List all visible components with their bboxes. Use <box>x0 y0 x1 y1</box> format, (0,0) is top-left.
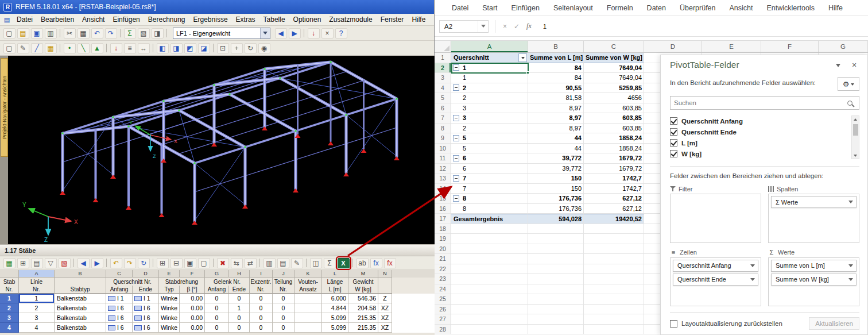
row-number[interactable]: 9 <box>435 133 451 144</box>
letter-cell[interactable]: K <box>294 270 322 278</box>
menu-ergebnisse[interactable]: Ergebnisse <box>189 14 232 25</box>
checkbox-checked-icon[interactable] <box>670 117 677 125</box>
cell-c[interactable]: 7649,04 <box>584 73 644 83</box>
field-w-kg[interactable]: W [kg] <box>670 148 849 159</box>
cell-linie[interactable]: 3 <box>19 313 55 323</box>
letter-cell[interactable]: C <box>106 270 133 278</box>
cell-c[interactable] <box>584 234 644 244</box>
row-number[interactable]: 8 <box>435 124 451 134</box>
cell-c[interactable] <box>584 224 644 234</box>
cell-voute[interactable] <box>294 294 322 303</box>
letter-cell[interactable]: L <box>322 270 348 278</box>
cell-exzentrizitaet[interactable]: 0 <box>250 294 273 303</box>
column-header[interactable]: B <box>528 41 584 52</box>
cell-querschnitt-anfang[interactable]: I 6 <box>106 303 133 313</box>
cell-achse[interactable]: XZ <box>378 313 392 323</box>
chevron-down-icon[interactable] <box>848 201 853 206</box>
cell-a[interactable] <box>451 294 528 305</box>
list-icon[interactable]: ≡ <box>124 43 136 53</box>
row-number[interactable]: 14 <box>435 184 451 194</box>
pane-options-icon[interactable] <box>833 60 843 70</box>
edit-icon[interactable]: ✎ <box>17 43 29 53</box>
table-rows-icon[interactable]: ▤ <box>31 258 43 268</box>
cell-b[interactable] <box>528 254 584 264</box>
calculate-icon[interactable]: Σ <box>124 28 136 38</box>
save-icon[interactable]: ▣ <box>31 28 43 38</box>
cell-beta[interactable]: 0.00 <box>180 323 205 333</box>
loads-display-icon[interactable]: ↓ <box>308 28 320 38</box>
cell-gewicht[interactable]: 546.36 <box>348 294 378 303</box>
checkbox-checked-icon[interactable] <box>670 150 677 157</box>
letter-cell[interactable]: B <box>55 270 106 278</box>
chevron-down-icon[interactable] <box>260 28 270 38</box>
cell-c[interactable] <box>584 284 644 295</box>
row-number[interactable]: 6 <box>435 103 451 114</box>
row-number[interactable]: 18 <box>435 224 451 234</box>
cell-b[interactable]: 176,736 <box>528 204 584 214</box>
ole-export-icon[interactable]: ◫ <box>310 258 322 268</box>
menu-einfuegen[interactable]: Einfügen <box>108 14 144 25</box>
tools-button[interactable]: ⚙ <box>838 77 859 91</box>
rotate-view-icon[interactable]: ↻ <box>245 43 257 53</box>
select-all-button[interactable] <box>435 41 451 52</box>
name-box[interactable]: A2 <box>439 20 489 33</box>
render-mode-icon[interactable]: ◨ <box>152 28 164 38</box>
collapse-icon[interactable] <box>453 195 459 202</box>
rows-dropzone[interactable]: Querschnitt Anfang Querschnitt Ende <box>670 257 761 307</box>
row-number[interactable]: 11 <box>435 153 451 164</box>
cell-b[interactable] <box>528 274 584 284</box>
row-number[interactable]: 12 <box>435 164 451 174</box>
delete-table-icon[interactable]: ✖ <box>217 258 229 268</box>
cell-querschnitt-anfang[interactable]: I 1 <box>106 294 133 303</box>
shaded-view-icon[interactable]: ◉ <box>258 43 270 53</box>
field-querschnitt-ende[interactable]: Querschnitt Ende <box>670 126 849 137</box>
cell-a[interactable]: 2 <box>451 83 528 94</box>
cell-teilung[interactable]: 0 <box>273 294 294 303</box>
row-number[interactable]: 25 <box>435 294 451 305</box>
cell-querschnitt-ende[interactable]: I 6 <box>133 303 159 313</box>
cell-c[interactable]: 1742,7 <box>584 184 644 194</box>
menu-optionen[interactable]: Optionen <box>289 14 326 25</box>
cell-gelenk-anfang[interactable]: 0 <box>205 294 229 303</box>
column-header[interactable]: G <box>819 41 868 52</box>
cell-c[interactable]: 19420,52 <box>584 214 644 224</box>
checkbox-unchecked-icon[interactable] <box>670 320 677 328</box>
scrollbar[interactable] <box>851 115 859 159</box>
cell-c[interactable] <box>584 325 644 335</box>
cell-b[interactable]: 150 <box>528 174 584 184</box>
cell-b[interactable] <box>528 244 584 255</box>
cell-a[interactable]: 8 <box>451 194 528 204</box>
letter-cell[interactable]: E <box>159 270 180 278</box>
row-number[interactable]: 24 <box>435 284 451 295</box>
cell-a[interactable] <box>451 284 528 295</box>
cell-laenge[interactable]: 5.099 <box>322 323 348 333</box>
row-number[interactable]: 13 <box>435 174 451 184</box>
columns-dropzone[interactable]: Σ Werte <box>768 194 859 243</box>
insert-function-icon[interactable]: fx <box>526 22 532 30</box>
row-number[interactable]: 2 <box>0 303 19 313</box>
member-icon[interactable]: ╲ <box>78 43 90 53</box>
refresh-icon[interactable]: ↻ <box>138 258 150 268</box>
menu-berechnung[interactable]: Berechnung <box>144 14 189 25</box>
row-number[interactable]: 1 <box>435 53 451 63</box>
tab-ansicht[interactable]: Ansicht <box>723 1 760 15</box>
enter-icon[interactable]: ✓ <box>514 22 520 30</box>
cell-teilung[interactable]: 0 <box>273 303 294 313</box>
undo-icon[interactable]: ↶ <box>110 258 122 268</box>
tab-formeln[interactable]: Formeln <box>600 1 640 15</box>
view-iso-icon[interactable]: ◪ <box>198 43 210 53</box>
row-number[interactable]: 17 <box>435 214 451 224</box>
cell-a[interactable] <box>451 244 528 255</box>
insert-row-icon[interactable]: ⊞ <box>157 258 169 268</box>
cell-b[interactable] <box>528 234 584 244</box>
view-xy-icon[interactable]: ◧ <box>157 43 169 53</box>
cell-b[interactable]: 8,97 <box>528 103 584 114</box>
values-dropzone[interactable]: Summe von L [m] Summe von W [kg] <box>768 257 859 307</box>
menu-hilfe[interactable]: Hilfe <box>408 14 429 25</box>
cell-drehung-typ[interactable]: Winke <box>159 294 180 303</box>
cell-a[interactable]: Gesamtergebnis <box>451 214 528 224</box>
row-number[interactable]: 3 <box>435 73 451 83</box>
cell-c[interactable]: 4656 <box>584 93 644 103</box>
table-list-icon[interactable]: ▦ <box>3 258 16 268</box>
row-number[interactable]: 7 <box>435 113 451 124</box>
